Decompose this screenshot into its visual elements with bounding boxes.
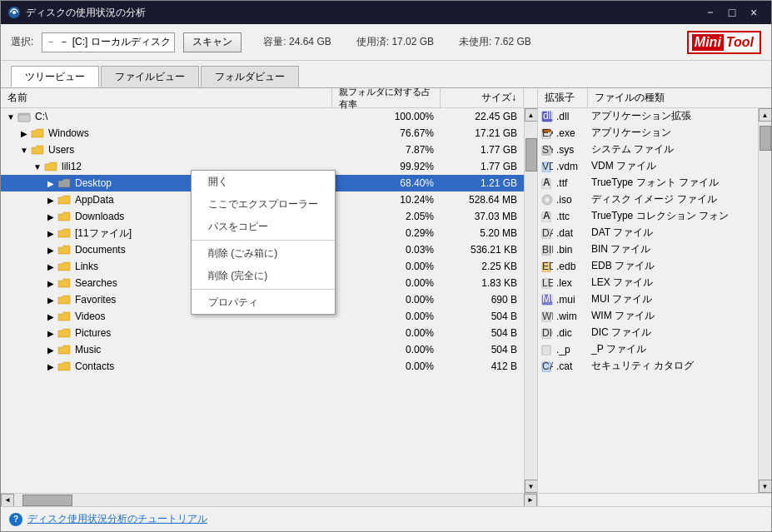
tree-item-percent: 10.24% [332, 194, 441, 206]
context-open[interactable]: 開く [192, 171, 335, 193]
expand-c[interactable]: ▼ [4, 110, 17, 123]
scan-button[interactable]: スキャン [183, 32, 242, 52]
right-row-exe[interactable]: EXE .exe アプリケーション [538, 125, 758, 142]
tab-folderview[interactable]: フォルダビュー [201, 66, 299, 87]
right-scrollbar[interactable]: ▲ ▼ [758, 108, 771, 493]
tree-item-percent: 0.00% [332, 327, 441, 339]
right-row-iso[interactable]: .iso ディスク イメージ ファイル [538, 191, 758, 208]
hscroll-track[interactable] [14, 494, 524, 506]
right-scroll-track[interactable] [759, 122, 771, 480]
folder-icon-desktop [57, 177, 71, 189]
right-row-dic[interactable]: DIC .dic DIC ファイル [538, 325, 758, 341]
col-header-name[interactable]: 名前 [1, 88, 332, 107]
type-cell-dll: アプリケーション拡張 [588, 109, 758, 123]
ext-cell-iso: .iso [538, 194, 588, 206]
expand-searches[interactable]: ▶ [44, 276, 57, 290]
help-link[interactable]: ディスク使用状況分析のチュートリアル [27, 512, 207, 526]
free-info: 未使用: 7.62 GB [459, 35, 531, 49]
type-cell-p: _P ファイル [588, 342, 758, 356]
right-row-cat[interactable]: CAT .cat セキュリティ カタログ [538, 358, 758, 375]
tree-row-c[interactable]: ▼ C:\ 100.00% 22.45 GB [1, 108, 524, 125]
tree-row-contacts[interactable]: ▶ Contacts 0.00% 412 B [1, 358, 524, 375]
svg-point-1 [12, 11, 16, 14]
type-cell-iso: ディスク イメージ ファイル [588, 192, 758, 206]
expand-downloads[interactable]: ▶ [44, 210, 57, 223]
expand-desktop[interactable]: ▶ [44, 177, 57, 190]
right-row-ttf[interactable]: A .ttf TrueType フォント ファイル [538, 175, 758, 191]
tree-row-windows[interactable]: ▶ Windows 76.67% 17.21 GB [1, 125, 524, 142]
col-header-size[interactable]: サイズ↓ [441, 88, 524, 107]
context-copy-path[interactable]: パスをコピー [192, 216, 335, 238]
tree-scrollbar[interactable]: ▲ ▼ [524, 108, 537, 493]
scroll-thumb[interactable] [525, 138, 537, 172]
type-cell-sys: システム ファイル [588, 142, 758, 157]
tree-row-users[interactable]: ▼ Users 7.87% 1.77 GB [1, 142, 524, 158]
col-header-type[interactable]: ファイルの種類 [588, 88, 758, 107]
folder-icon-music [57, 344, 71, 355]
right-row-lex[interactable]: LEX .lex LEX ファイル [538, 275, 758, 291]
expand-favorites[interactable]: ▶ [44, 293, 57, 306]
right-scroll-down-btn[interactable]: ▼ [759, 480, 772, 493]
scroll-track[interactable] [525, 122, 537, 480]
minimize-button[interactable]: － [700, 4, 721, 21]
expand-users[interactable]: ▼ [17, 143, 31, 157]
window-title: ディスクの使用状況の分析 [26, 6, 700, 20]
tab-treeview[interactable]: ツリービュー [11, 66, 99, 87]
right-row-mui[interactable]: MUI .mui MUI ファイル [538, 291, 758, 308]
right-list[interactable]: dll .dll アプリケーション拡張 EXE .exe アプリケーション [538, 108, 758, 493]
right-row-vdm[interactable]: VDM .vdm VDM ファイル [538, 158, 758, 175]
expand-windows[interactable]: ▶ [17, 127, 31, 140]
context-properties[interactable]: プロパティ [192, 291, 335, 314]
tree-item-name: Contacts [73, 360, 332, 372]
col-header-percent[interactable]: 親フォルダに対する占有率 [332, 88, 441, 107]
col-header-ext[interactable]: 拡張子 [538, 88, 588, 107]
maximize-button[interactable]: □ [721, 4, 743, 21]
folder-icon-favorites [57, 294, 71, 306]
expand-appdata[interactable]: ▶ [44, 193, 57, 206]
right-row-wim[interactable]: WIM .wim WIM ファイル [538, 308, 758, 325]
folder-icon-appdata [57, 194, 71, 206]
right-hscrollbar [538, 493, 771, 506]
right-row-edb[interactable]: EDB .edb EDB ファイル [538, 258, 758, 275]
context-delete-trash[interactable]: 削除 (ごみ箱に) [192, 242, 335, 265]
tree-container[interactable]: ▼ C:\ 100.00% 22.45 GB ▶ [1, 108, 524, 493]
tree-item-size: 690 B [441, 294, 524, 306]
context-explorer[interactable]: ここでエクスプローラー [192, 193, 335, 216]
context-delete-permanent[interactable]: 削除 (完全に) [192, 265, 335, 287]
close-button[interactable]: × [743, 4, 765, 21]
expand-links[interactable]: ▶ [44, 260, 57, 273]
scroll-up-btn[interactable]: ▲ [525, 108, 538, 122]
ext-cell-ttc: A .ttc [538, 211, 588, 222]
right-row-dat[interactable]: DAT .dat DAT ファイル [538, 225, 758, 241]
right-row-sys[interactable]: SYS .sys システム ファイル [538, 142, 758, 158]
ttc-icon: A [541, 211, 553, 222]
tree-row-pictures[interactable]: ▶ Pictures 0.00% 504 B [1, 325, 524, 341]
expand-documents[interactable]: ▶ [44, 243, 57, 256]
hscroll-left-btn[interactable]: ◄ [1, 494, 14, 507]
tree-item-percent: 0.00% [332, 294, 441, 306]
right-row-ttc[interactable]: A .ttc TrueType コレクション フォン [538, 208, 758, 225]
expand-music[interactable]: ▶ [44, 343, 57, 356]
scroll-down-btn[interactable]: ▼ [525, 480, 538, 493]
logo-mini: Mini [692, 34, 724, 51]
right-row-dll[interactable]: dll .dll アプリケーション拡張 [538, 108, 758, 125]
tree-row-music[interactable]: ▶ Music 0.00% 504 B [1, 341, 524, 358]
type-cell-exe: アプリケーション [588, 126, 758, 140]
drive-selector[interactable]: － － [C:] ローカルディスク [42, 32, 175, 52]
tab-fileview[interactable]: ファイルビュー [101, 66, 199, 87]
svg-text:DAT: DAT [542, 227, 553, 239]
expand-videos[interactable]: ▶ [44, 310, 57, 323]
expand-lili12[interactable]: ▼ [31, 160, 44, 173]
expand-files11[interactable]: ▶ [44, 226, 57, 240]
hscroll-right-btn[interactable]: ► [524, 494, 537, 507]
tree-hscrollbar[interactable]: ◄ ► [1, 493, 537, 506]
tree-item-name: Users [47, 144, 332, 156]
expand-pictures[interactable]: ▶ [44, 326, 57, 340]
right-scroll-up-btn[interactable]: ▲ [759, 108, 772, 122]
right-row-bin[interactable]: BIN .bin BIN ファイル [538, 241, 758, 258]
hscroll-thumb[interactable] [22, 495, 72, 506]
right-scroll-thumb[interactable] [760, 126, 771, 151]
select-label: 選択: [11, 35, 33, 49]
right-row-p[interactable]: ._p _P ファイル [538, 341, 758, 358]
expand-contacts[interactable]: ▶ [44, 360, 57, 373]
